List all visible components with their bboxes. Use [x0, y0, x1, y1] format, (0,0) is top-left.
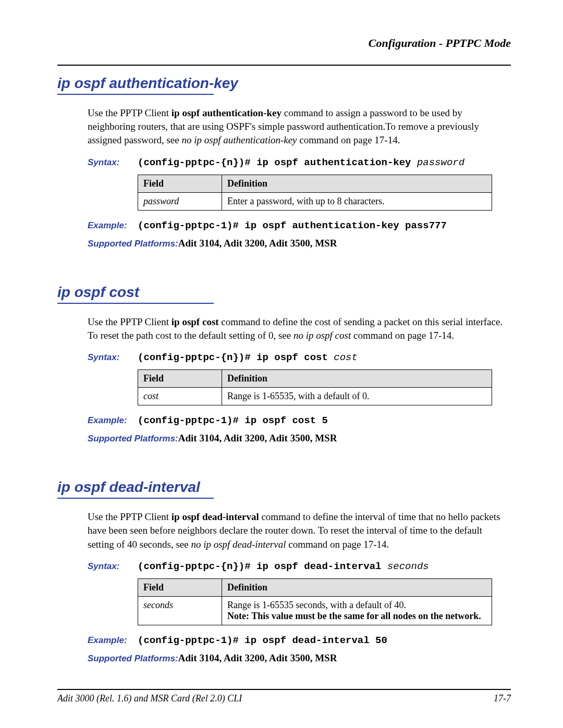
example-row: Example: (config-pptpc-1)# ip ospf cost … — [88, 415, 511, 426]
intro-ref: no ip ospf dead-interval — [191, 539, 286, 550]
heading-underline — [57, 94, 214, 95]
footer-rule — [57, 689, 511, 690]
table-row: seconds Range is 1-65535 seconds, with a… — [138, 596, 492, 625]
platforms-row: Supported Platforms: Adit 3104, Adit 320… — [88, 238, 511, 249]
intro-ref: no ip ospf cost — [293, 330, 351, 341]
syntax-label: Syntax: — [88, 352, 138, 363]
heading-underline — [57, 498, 214, 499]
platforms-label: Supported Platforms: — [88, 434, 178, 444]
footer-row: Adit 3000 (Rel. 1.6) and MSR Card (Rel 2… — [57, 693, 511, 704]
platforms-row: Supported Platforms: Adit 3104, Adit 320… — [88, 433, 511, 444]
example-value: (config-pptpc-1)# ip ospf authentication… — [138, 220, 447, 231]
heading-underline — [57, 303, 214, 304]
section-body: Use the PPTP Client ip ospf authenticati… — [88, 106, 511, 249]
table-def-text: Range is 1-65535 seconds, with a default… — [227, 600, 406, 610]
intro-cmd: ip ospf authentication-key — [172, 107, 282, 118]
intro-ref: no ip ospf authentication-key — [181, 134, 297, 145]
field-table: Field Definition seconds Range is 1-6553… — [138, 578, 492, 625]
table-header-field: Field — [138, 175, 222, 192]
field-table: Field Definition password Enter a passwo… — [138, 175, 492, 211]
example-label: Example: — [88, 635, 138, 646]
table-cell-definition: Range is 1-65535 seconds, with a default… — [222, 596, 492, 625]
table-cell-field: password — [138, 192, 222, 210]
platforms-label: Supported Platforms: — [88, 653, 178, 664]
table-header-row: Field Definition — [138, 578, 492, 596]
table-header-field: Field — [138, 578, 222, 596]
table-header-definition: Definition — [222, 175, 492, 192]
footer-left: Adit 3000 (Rel. 1.6) and MSR Card (Rel 2… — [57, 693, 242, 704]
section-heading: ip ospf dead-interval — [57, 479, 511, 496]
table-header-row: Field Definition — [138, 175, 492, 192]
intro-pre: Use the PPTP Client — [88, 316, 172, 327]
example-label: Example: — [88, 220, 138, 231]
syntax-row: Syntax: (config-pptpc-{n})# ip ospf cost… — [88, 352, 511, 363]
syntax-value: (config-pptpc-{n})# ip ospf dead-interva… — [138, 561, 429, 572]
syntax-prefix: (config-pptpc-{n})# — [138, 352, 256, 363]
platforms-row: Supported Platforms: Adit 3104, Adit 320… — [88, 652, 511, 664]
section-heading: ip ospf cost — [57, 284, 511, 301]
intro-post2: command on page 17-14. — [286, 539, 389, 550]
section-body: Use the PPTP Client ip ospf cost command… — [88, 315, 511, 444]
intro-post2: command on page 17-14. — [297, 134, 400, 145]
intro-pre: Use the PPTP Client — [88, 511, 172, 522]
syntax-cmd: ip ospf cost — [256, 352, 334, 363]
example-label: Example: — [88, 415, 138, 426]
syntax-label: Syntax: — [88, 157, 138, 168]
table-row: password Enter a password, with up to 8 … — [138, 192, 492, 210]
syntax-value: (config-pptpc-{n})# ip ospf authenticati… — [138, 157, 464, 168]
syntax-prefix: (config-pptpc-{n})# — [138, 561, 256, 572]
table-def-text: Enter a password, with up to 8 character… — [227, 196, 384, 206]
table-header-definition: Definition — [222, 370, 492, 388]
page: Configuration - PPTPC Mode ip ospf authe… — [0, 0, 563, 728]
intro-paragraph: Use the PPTP Client ip ospf authenticati… — [88, 106, 511, 147]
example-value: (config-pptpc-1)# ip ospf cost 5 — [138, 415, 328, 426]
syntax-cmd: ip ospf authentication-key — [256, 157, 417, 168]
table-cell-definition: Enter a password, with up to 8 character… — [222, 192, 492, 210]
example-row: Example: (config-pptpc-1)# ip ospf authe… — [88, 220, 511, 231]
table-cell-field: seconds — [138, 596, 222, 625]
section-gap — [57, 255, 511, 284]
section-body: Use the PPTP Client ip ospf dead-interva… — [88, 510, 511, 664]
syntax-param: password — [417, 157, 464, 168]
footer-right: 17-7 — [494, 693, 511, 704]
syntax-param: seconds — [387, 561, 429, 572]
syntax-cmd: ip ospf dead-interval — [256, 561, 387, 572]
table-cell-field: cost — [138, 388, 222, 405]
intro-pre: Use the PPTP Client — [88, 107, 172, 118]
platforms-value: Adit 3104, Adit 3200, Adit 3500, MSR — [178, 433, 337, 444]
syntax-row: Syntax: (config-pptpc-{n})# ip ospf auth… — [88, 157, 511, 168]
running-header: Configuration - PPTPC Mode — [57, 36, 511, 50]
section-heading: ip ospf authentication-key — [57, 75, 511, 92]
syntax-label: Syntax: — [88, 561, 138, 572]
header-rule — [57, 65, 511, 66]
syntax-value: (config-pptpc-{n})# ip ospf cost cost — [138, 352, 358, 363]
example-value: (config-pptpc-1)# ip ospf dead-interval … — [138, 635, 387, 646]
table-def-note: Note: This value must be the same for al… — [227, 611, 481, 621]
table-header-row: Field Definition — [138, 370, 492, 388]
syntax-param: cost — [334, 352, 358, 363]
page-footer: Adit 3000 (Rel. 1.6) and MSR Card (Rel 2… — [57, 689, 511, 704]
platforms-value: Adit 3104, Adit 3200, Adit 3500, MSR — [178, 652, 337, 664]
intro-paragraph: Use the PPTP Client ip ospf cost command… — [88, 315, 511, 342]
platforms-label: Supported Platforms: — [88, 239, 178, 249]
intro-post2: command on page 17-14. — [351, 330, 454, 341]
field-table: Field Definition cost Range is 1-65535, … — [138, 369, 492, 405]
table-def-text: Range is 1-65535, with a default of 0. — [227, 391, 369, 401]
syntax-row: Syntax: (config-pptpc-{n})# ip ospf dead… — [88, 561, 511, 572]
table-cell-definition: Range is 1-65535, with a default of 0. — [222, 388, 492, 405]
example-row: Example: (config-pptpc-1)# ip ospf dead-… — [88, 635, 511, 646]
platforms-value: Adit 3104, Adit 3200, Adit 3500, MSR — [178, 238, 337, 249]
syntax-prefix: (config-pptpc-{n})# — [138, 157, 256, 168]
intro-paragraph: Use the PPTP Client ip ospf dead-interva… — [88, 510, 511, 551]
intro-cmd: ip ospf dead-interval — [172, 511, 259, 522]
table-header-definition: Definition — [222, 578, 492, 596]
section-gap — [57, 450, 511, 479]
table-row: cost Range is 1-65535, with a default of… — [138, 388, 492, 405]
intro-cmd: ip ospf cost — [172, 316, 219, 327]
table-header-field: Field — [138, 370, 222, 388]
